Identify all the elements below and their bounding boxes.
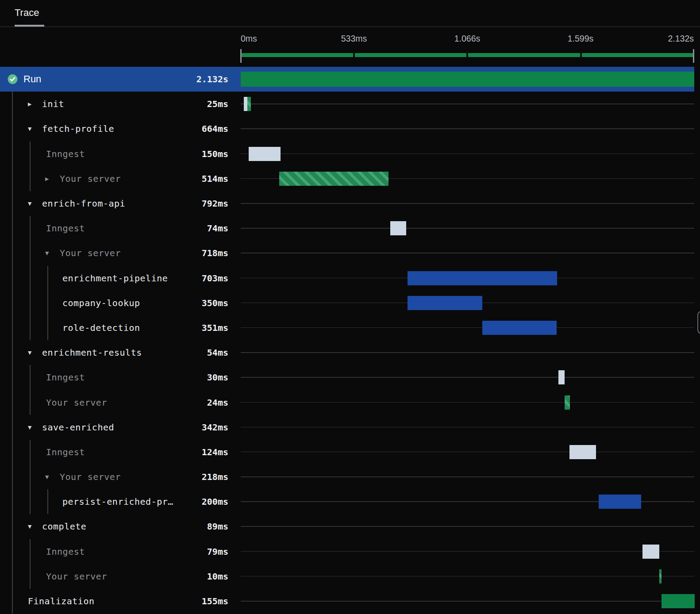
trace-row-finalization[interactable]: Finalization 155ms bbox=[0, 589, 700, 614]
chart-lane bbox=[241, 315, 694, 340]
tree-guide-line bbox=[12, 464, 13, 489]
trace-row-inngest[interactable]: Inngest 79ms bbox=[0, 539, 700, 564]
row-gridline bbox=[241, 427, 694, 428]
trace-row-save-enriched[interactable]: ▼ save-enriched 342ms bbox=[0, 415, 700, 440]
span-duration: 218ms bbox=[202, 472, 228, 482]
row-gridline bbox=[241, 228, 694, 229]
tree-guide-line bbox=[30, 440, 31, 464]
tree-guide-line bbox=[12, 142, 13, 166]
trace-row-your-server[interactable]: ▼ Your server 218ms bbox=[0, 464, 700, 489]
chart-lane bbox=[241, 589, 694, 614]
run-span-bar[interactable] bbox=[241, 72, 694, 87]
tree-guide-line bbox=[12, 92, 13, 116]
trace-row-complete[interactable]: ▼ complete 89ms bbox=[0, 514, 700, 539]
span-duration: 124ms bbox=[202, 447, 228, 457]
tree-guide-line bbox=[30, 266, 31, 291]
span-name: Your server bbox=[60, 472, 121, 482]
trace-row-enrich-from-api[interactable]: ▼ enrich-from-api 792ms bbox=[0, 191, 700, 216]
trace-row-role-detection[interactable]: role-detection 351ms bbox=[0, 315, 700, 340]
chart-lane bbox=[241, 216, 694, 241]
trace-row-your-server[interactable]: Your server 24ms bbox=[0, 390, 700, 414]
span-bar-hatch[interactable] bbox=[279, 172, 388, 186]
span-duration: 79ms bbox=[207, 546, 228, 557]
collapse-toggle-icon[interactable]: ▼ bbox=[28, 201, 31, 207]
span-name: Your server bbox=[46, 571, 107, 582]
span-bar-gray[interactable] bbox=[558, 370, 565, 384]
collapse-toggle-icon[interactable]: ▼ bbox=[28, 350, 31, 356]
trace-row-inngest[interactable]: Inngest 124ms bbox=[0, 440, 700, 464]
expand-toggle-icon[interactable]: ▶ bbox=[45, 176, 49, 181]
minimap-minor-tick bbox=[353, 51, 355, 59]
span-name: Inngest bbox=[46, 372, 85, 383]
collapse-toggle-icon[interactable]: ▼ bbox=[45, 250, 49, 256]
check-circle-icon bbox=[8, 74, 18, 84]
tree-guide-line bbox=[30, 315, 31, 340]
collapse-toggle-icon[interactable]: ▼ bbox=[28, 424, 31, 430]
tree-guide-line bbox=[30, 142, 31, 166]
collapse-toggle-icon[interactable]: ▼ bbox=[28, 524, 31, 530]
collapse-toggle-icon[interactable]: ▼ bbox=[28, 126, 31, 132]
span-duration: 342ms bbox=[202, 422, 228, 433]
row-gridline bbox=[241, 377, 694, 378]
span-bar-gray[interactable] bbox=[642, 545, 659, 559]
span-name: enrichment-pipeline bbox=[62, 273, 168, 284]
tree-guide-line bbox=[12, 340, 13, 365]
span-bar-hatch[interactable] bbox=[565, 395, 570, 410]
span-bar-blue[interactable] bbox=[408, 271, 557, 285]
timeline-minimap[interactable] bbox=[240, 49, 694, 63]
active-tab-indicator bbox=[15, 25, 44, 27]
span-bar-hatch[interactable] bbox=[247, 97, 251, 111]
span-bar-gray[interactable] bbox=[249, 147, 281, 161]
chart-lane bbox=[241, 116, 694, 141]
chart-lane bbox=[241, 92, 694, 116]
trace-panel: Trace 0ms533ms1.066s1.599s2.132s Run 2.1… bbox=[0, 0, 700, 614]
tree-guide-line bbox=[12, 415, 13, 440]
trace-row-init[interactable]: ▶ init 25ms bbox=[0, 92, 700, 116]
axis-tick-label: 2.132s bbox=[668, 34, 694, 44]
span-duration: 24ms bbox=[207, 397, 228, 408]
span-bar-gray[interactable] bbox=[244, 97, 247, 111]
trace-row-run[interactable]: Run 2.132s bbox=[0, 67, 700, 92]
tree-guide-line bbox=[12, 116, 13, 141]
trace-row-enrichment-results[interactable]: ▼ enrichment-results 54ms bbox=[0, 340, 700, 365]
trace-row-company-lookup[interactable]: company-lookup 350ms bbox=[0, 291, 700, 315]
chart-lane bbox=[241, 166, 694, 191]
span-bar-hatch[interactable] bbox=[659, 569, 662, 583]
trace-row-enrichment-pipeline[interactable]: enrichment-pipeline 703ms bbox=[0, 266, 700, 291]
trace-row-your-server[interactable]: ▼ Your server 718ms bbox=[0, 241, 700, 265]
row-gridline bbox=[241, 327, 694, 328]
collapse-toggle-icon[interactable]: ▼ bbox=[45, 474, 49, 480]
span-name: Your server bbox=[60, 248, 121, 258]
span-bar-green[interactable] bbox=[662, 594, 695, 608]
scroll-handle[interactable] bbox=[697, 311, 700, 334]
trace-row-fetch-profile[interactable]: ▼ fetch-profile 664ms bbox=[0, 116, 700, 141]
span-bar-blue[interactable] bbox=[482, 321, 557, 335]
trace-row-your-server[interactable]: ▶ Your server 514ms bbox=[0, 166, 700, 191]
span-duration: 200ms bbox=[202, 496, 228, 507]
trace-row-your-server[interactable]: Your server 10ms bbox=[0, 564, 700, 589]
expand-toggle-icon[interactable]: ▶ bbox=[28, 101, 31, 107]
span-name: Inngest bbox=[46, 223, 85, 234]
minimap-minor-tick bbox=[466, 51, 468, 59]
span-bar-blue[interactable] bbox=[408, 296, 482, 310]
row-gridline bbox=[241, 402, 694, 403]
span-name: Inngest bbox=[46, 149, 85, 159]
trace-row-inngest[interactable]: Inngest 150ms bbox=[0, 142, 700, 166]
trace-row-persist-enriched-pr[interactable]: persist-enriched-pr… 200ms bbox=[0, 489, 700, 514]
trace-row-inngest[interactable]: Inngest 74ms bbox=[0, 216, 700, 241]
span-name: Inngest bbox=[46, 447, 85, 457]
trace-row-inngest[interactable]: Inngest 30ms bbox=[0, 365, 700, 390]
row-gridline bbox=[241, 203, 694, 204]
span-duration: 89ms bbox=[207, 521, 228, 532]
tree-guide-line bbox=[12, 266, 13, 291]
tree-guide-line bbox=[12, 191, 13, 216]
span-name: role-detection bbox=[62, 322, 140, 333]
span-bar-gray[interactable] bbox=[569, 445, 596, 459]
span-bar-gray[interactable] bbox=[390, 221, 406, 235]
minimap-minor-tick bbox=[580, 51, 582, 59]
span-bar-blue[interactable] bbox=[599, 495, 641, 509]
tree-guide-line bbox=[12, 539, 13, 564]
row-gridline bbox=[241, 128, 694, 129]
chart-lane bbox=[241, 291, 694, 315]
row-gridline bbox=[241, 526, 694, 527]
